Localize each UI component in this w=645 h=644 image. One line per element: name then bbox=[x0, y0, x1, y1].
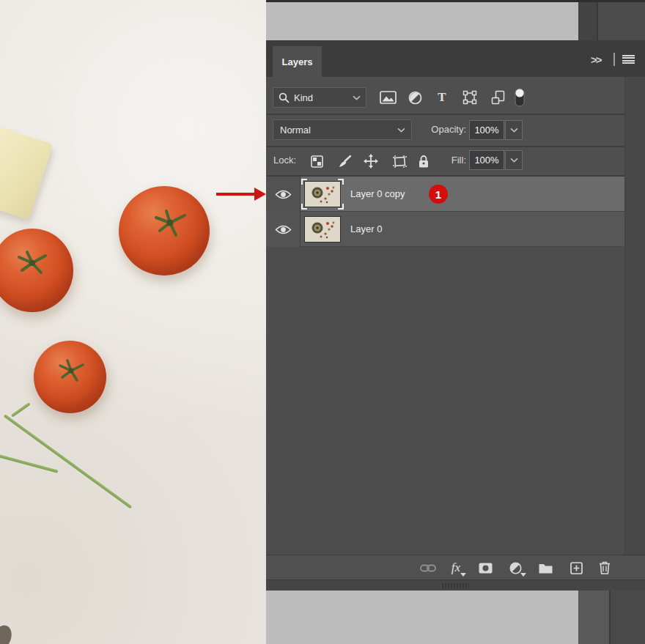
new-adjustment-layer-icon[interactable] bbox=[505, 559, 526, 577]
layers-panel: Layers >> Kind bbox=[266, 40, 645, 591]
document-area-top bbox=[266, 2, 578, 40]
adjustment-dropdown-arrow bbox=[520, 573, 526, 577]
panel-resize-strip bbox=[266, 580, 645, 591]
tomato-stem bbox=[13, 249, 51, 277]
layer-row-layer-0[interactable]: Layer 0 bbox=[266, 212, 624, 247]
layers-list-empty-area bbox=[266, 247, 624, 555]
chevron-down-icon bbox=[510, 158, 518, 163]
document-canvas-photo bbox=[0, 0, 266, 644]
divider bbox=[613, 53, 615, 66]
visibility-cell[interactable] bbox=[266, 177, 301, 212]
thumbnail-image bbox=[304, 216, 341, 243]
chevron-down-icon bbox=[510, 127, 518, 133]
chevron-down-icon bbox=[397, 127, 405, 133]
pixel-layers-filter-icon[interactable] bbox=[378, 86, 397, 108]
separator bbox=[266, 146, 645, 147]
panel-right-gutter bbox=[624, 77, 645, 555]
tomato-large bbox=[119, 186, 210, 275]
tomato-stem bbox=[54, 358, 88, 383]
tomato-stem bbox=[150, 208, 192, 239]
layers-panel-toolbar: fx bbox=[266, 555, 645, 580]
tab-layers[interactable]: Layers bbox=[273, 46, 322, 77]
dock-edge bbox=[578, 2, 598, 40]
panel-menu-icon[interactable] bbox=[622, 55, 635, 64]
chive-stem bbox=[0, 454, 59, 473]
fx-dropdown-arrow bbox=[460, 573, 466, 577]
layer-thumbnail[interactable] bbox=[301, 214, 344, 245]
document-area-bottom bbox=[266, 591, 578, 644]
layer-styles-fx-icon[interactable]: fx bbox=[446, 559, 466, 577]
layer-name[interactable]: Layer 0 bbox=[350, 212, 382, 247]
thumbnail-image bbox=[304, 181, 341, 207]
lock-artboard-nesting-icon[interactable] bbox=[390, 152, 409, 171]
annotation-arrow-head bbox=[254, 188, 266, 201]
new-layer-icon[interactable] bbox=[566, 559, 586, 577]
layer-thumbnail-selected[interactable] bbox=[301, 179, 344, 210]
lock-label: Lock: bbox=[273, 155, 296, 166]
lock-position-icon[interactable] bbox=[361, 152, 380, 171]
annotation-step-badge: 1 bbox=[429, 185, 448, 204]
cheese-wedge bbox=[0, 123, 53, 219]
layers-list: Layer 0 copy 1 bbox=[266, 177, 645, 247]
annotation-arrow-shaft bbox=[216, 193, 256, 196]
opacity-value-field[interactable]: 100% bbox=[469, 120, 504, 140]
fill-value-field[interactable]: 100% bbox=[469, 150, 504, 170]
fill-label: Fill: bbox=[419, 155, 466, 166]
tomato-small bbox=[34, 341, 106, 413]
opacity-dropdown-button[interactable] bbox=[505, 120, 523, 140]
tomato-left bbox=[0, 229, 73, 312]
opacity-label: Opacity: bbox=[419, 124, 466, 135]
filter-kind-label: Kind bbox=[294, 92, 313, 103]
search-icon bbox=[279, 92, 290, 103]
type-layers-filter-icon[interactable]: T bbox=[432, 86, 452, 108]
photoshop-window: Layers >> Kind bbox=[0, 0, 645, 644]
separator bbox=[266, 114, 645, 115]
link-layers-icon[interactable] bbox=[418, 559, 438, 577]
panel-tab-bar: Layers >> bbox=[266, 40, 645, 77]
visibility-cell[interactable] bbox=[266, 212, 301, 247]
filter-toggle-icon[interactable] bbox=[510, 86, 529, 108]
new-group-folder-icon[interactable] bbox=[535, 559, 556, 577]
blend-mode-dropdown[interactable]: Normal bbox=[273, 119, 412, 140]
lock-image-pixels-brush-icon[interactable] bbox=[335, 152, 354, 171]
smart-objects-filter-icon[interactable] bbox=[488, 86, 507, 108]
delete-layer-trash-icon[interactable] bbox=[594, 559, 615, 577]
eye-icon[interactable] bbox=[275, 224, 292, 235]
chevron-down-icon bbox=[353, 95, 361, 100]
layer-row-layer-0-copy[interactable]: Layer 0 copy 1 bbox=[266, 177, 624, 212]
filter-kind-dropdown[interactable]: Kind bbox=[273, 87, 366, 108]
adjustment-layers-filter-icon[interactable] bbox=[405, 86, 424, 108]
blend-mode-value: Normal bbox=[280, 125, 311, 136]
layer-name[interactable]: Layer 0 copy bbox=[350, 177, 405, 212]
dock-edge bbox=[578, 591, 611, 644]
fill-dropdown-button[interactable] bbox=[505, 150, 523, 170]
dock-column bbox=[612, 591, 645, 644]
add-layer-mask-icon[interactable] bbox=[475, 559, 495, 577]
panel-resize-gripper[interactable] bbox=[442, 583, 469, 588]
chive-stem bbox=[11, 402, 31, 417]
lock-transparent-pixels-icon[interactable] bbox=[307, 152, 326, 171]
eye-icon[interactable] bbox=[275, 189, 292, 200]
shape-layers-filter-icon[interactable] bbox=[460, 86, 479, 108]
collapse-to-icons-button[interactable]: >> bbox=[591, 53, 601, 66]
dock-column bbox=[600, 2, 645, 40]
corner-object bbox=[0, 623, 15, 644]
